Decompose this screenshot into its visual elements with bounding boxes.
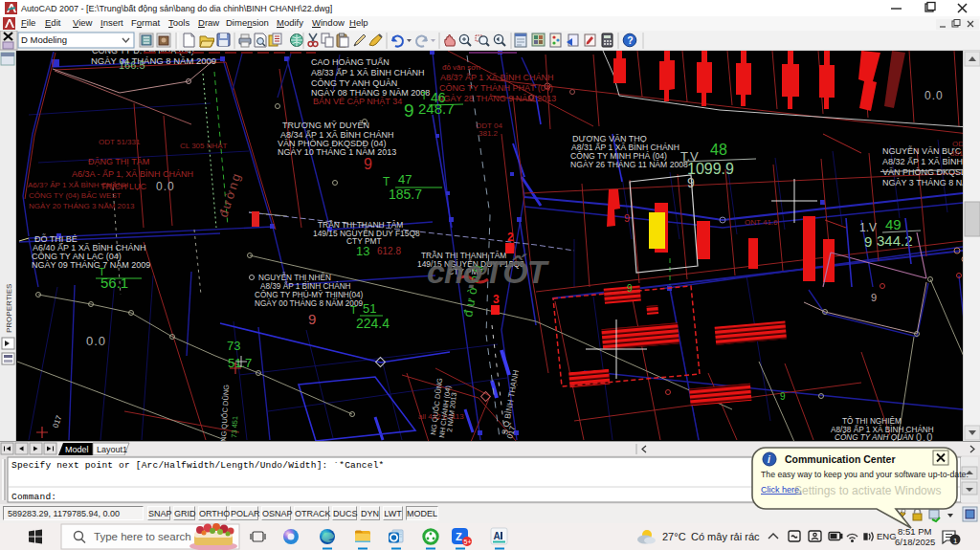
svg-text:56.1: 56.1 — [100, 275, 128, 291]
svg-text:chợTỐT: chợTỐT — [427, 253, 550, 290]
svg-text:Type here to search: Type here to search — [94, 531, 191, 542]
svg-text:0.0: 0.0 — [156, 180, 175, 193]
svg-text:166.5: 166.5 — [119, 59, 145, 71]
svg-text:ĐẶNG THỊ TÂM: ĐẶNG THỊ TÂM — [88, 157, 149, 166]
svg-text:?: ? — [627, 34, 633, 46]
svg-text:9: 9 — [780, 391, 786, 402]
svg-text:381.2: 381.2 — [950, 149, 963, 158]
svg-text:ODT: ODT — [952, 140, 963, 148]
svg-text:i: i — [768, 454, 770, 465]
svg-text:27°C: 27°C — [662, 531, 686, 542]
svg-text:A8/34 ẤP 1 XÃ BÌNH CHÁNH: A8/34 ẤP 1 XÃ BÌNH CHÁNH — [280, 130, 393, 140]
svg-text:NGÀY 04 THÁNG 8 NĂM 2009: NGÀY 04 THÁNG 8 NĂM 2009 — [91, 55, 216, 66]
svg-text:49: 49 — [885, 216, 902, 232]
svg-text:The easy way to keep you and y: The easy way to keep you and your softwa… — [761, 470, 969, 479]
svg-text:47: 47 — [398, 172, 412, 187]
svg-text:3: 3 — [493, 293, 500, 306]
svg-text:48: 48 — [710, 142, 727, 158]
svg-text:A8/33 ẤP 1 XÃ BÌNH CHÁNH: A8/33 ẤP 1 XÃ BÌNH CHÁNH — [311, 68, 424, 77]
svg-text:CAO HOÀNG TUẤN: CAO HOÀNG TUẤN — [311, 57, 390, 67]
svg-text:9: 9 — [308, 311, 316, 327]
svg-text:TÔ THỊ NGHIÊM: TÔ THỊ NGHIÊM — [842, 416, 902, 426]
svg-text:đỗ văn sơn: đỗ văn sơn — [442, 63, 480, 72]
svg-text:Layout1: Layout1 — [97, 445, 127, 454]
svg-text:51: 51 — [363, 301, 376, 316]
svg-text:PROPERTIES: PROPERTIES — [5, 284, 13, 333]
svg-text:Settings to activate Windows: Settings to activate Windows — [794, 484, 941, 497]
svg-text:CL 305 NHẬT: CL 305 NHẬT — [180, 142, 228, 150]
svg-text:9: 9 — [624, 212, 630, 224]
svg-text:9: 9 — [687, 175, 695, 190]
svg-text:73 451: 73 451 — [230, 416, 239, 438]
svg-text:6/18/2025: 6/18/2025 — [895, 537, 935, 547]
svg-text:381.2: 381.2 — [479, 129, 499, 138]
svg-text:9: 9 — [364, 156, 372, 172]
svg-text:Model: Model — [65, 445, 89, 454]
svg-text:NGÀY 20 THÁNG 3 NĂM 2013: NGÀY 20 THÁNG 3 NĂM 2013 — [29, 202, 135, 210]
svg-text:CÔNG TY PHÚ-MỸ THỊNH(04): CÔNG TY PHÚ-MỸ THỊNH(04) — [255, 290, 364, 299]
svg-text:9: 9 — [864, 233, 872, 250]
svg-text:0.0: 0.0 — [86, 334, 106, 348]
svg-text:A: A — [494, 531, 501, 541]
svg-text:T: T — [350, 304, 357, 316]
svg-text:CÔNG TY (04) BẤC WEST: CÔNG TY (04) BẤC WEST — [29, 190, 122, 200]
svg-text:ODT 51/331: ODT 51/331 — [99, 138, 141, 146]
svg-text:CÔNG TY ANH QUÂN: CÔNG TY ANH QUÂN — [311, 78, 397, 88]
svg-text:73: 73 — [227, 339, 240, 353]
svg-text:NGÀY 10 THÁNG 1 NĂM 2013: NGÀY 10 THÁNG 1 NĂM 2013 — [278, 147, 396, 157]
svg-text:A6/3? ẤP 1 XÃ BÌNH CHÁNH: A6/3? ẤP 1 XÃ BÌNH CHÁNH — [28, 180, 128, 189]
svg-text:Z: Z — [456, 531, 462, 542]
svg-text:CÔNG TY ANH QUÂN: CÔNG TY ANH QUÂN — [835, 432, 913, 441]
svg-text:NGÀY 26 THÁNG 11 NĂM 2008: NGÀY 26 THÁNG 11 NĂM 2008 — [570, 160, 688, 169]
svg-text:2: 2 — [507, 231, 514, 244]
svg-text:NGÀY 28 THÁNG 9 NĂM 2013: NGÀY 28 THÁNG 9 NĂM 2013 — [437, 94, 556, 103]
svg-text:9: 9 — [627, 283, 633, 294]
svg-text:TRƯƠNG MỸ DUYÊN: TRƯƠNG MỸ DUYÊN — [282, 121, 369, 130]
svg-text:248.7: 248.7 — [418, 100, 455, 117]
svg-text:9: 9 — [871, 292, 877, 303]
svg-text:1: 1 — [953, 537, 958, 545]
svg-text:Communication Center: Communication Center — [785, 453, 896, 465]
svg-text:all 412 L=113: all 412 L=113 — [418, 412, 464, 421]
svg-text:A8/32 ẤP 1 XÃ BÌNH CHA: A8/32 ẤP 1 XÃ BÌNH CHA — [882, 157, 963, 166]
svg-text:0.0: 0.0 — [924, 89, 944, 102]
svg-text:BẢN VẼ CẬP NHẬT 34: BẢN VẼ CẬP NHẬT 34 — [313, 96, 402, 106]
svg-text:NGÀY 00 THÁNG 8 NĂM 2009: NGÀY 00 THÁNG 8 NĂM 2009 — [255, 298, 363, 308]
svg-text:224.4: 224.4 — [356, 316, 390, 331]
svg-text:A8/3? ẤP 1 XÃ BÌNH CHÁNH: A8/3? ẤP 1 XÃ BÌNH CHÁNH — [440, 73, 553, 82]
svg-text:A6/3A - ẤP 1, XÃ BÌNH CHÁNH: A6/3A - ẤP 1, XÃ BÌNH CHÁNH — [72, 169, 193, 179]
svg-text:NGÀY 09 THÁNG 7 NĂM 2009: NGÀY 09 THÁNG 7 NĂM 2009 — [32, 260, 150, 270]
svg-text:A8/39 ẤP 1 BÌNH CHÁNH: A8/39 ẤP 1 BÌNH CHÁNH — [260, 281, 351, 291]
svg-text:CÔNG TY THÀNH PHÁT (04): CÔNG TY THÀNH PHÁT (04) — [439, 83, 553, 93]
svg-text:1.V: 1.V — [859, 221, 877, 234]
svg-text:D Modeling: D Modeling — [21, 34, 67, 45]
svg-text:ONT 41.6: ONT 41.6 — [745, 218, 778, 227]
svg-text:185.7: 185.7 — [389, 187, 422, 202]
svg-text:9: 9 — [404, 100, 414, 121]
svg-text:0.0: 0.0 — [916, 431, 933, 441]
svg-text:612.8: 612.8 — [377, 246, 401, 256]
svg-text:5+: 5+ — [464, 539, 472, 545]
svg-text:NGUYỄN THỊ NHẼN: NGUYỄN THỊ NHẼN — [258, 272, 331, 282]
svg-text:VĂN PHÒNG ĐKQSDĐ (Đ: VĂN PHÒNG ĐKQSDĐ (Đ — [882, 167, 963, 177]
svg-text:NGÀY 3 THÁNG 8 NĂM 2: NGÀY 3 THÁNG 8 NĂM 2 — [882, 178, 963, 187]
svg-text:13: 13 — [356, 244, 369, 258]
